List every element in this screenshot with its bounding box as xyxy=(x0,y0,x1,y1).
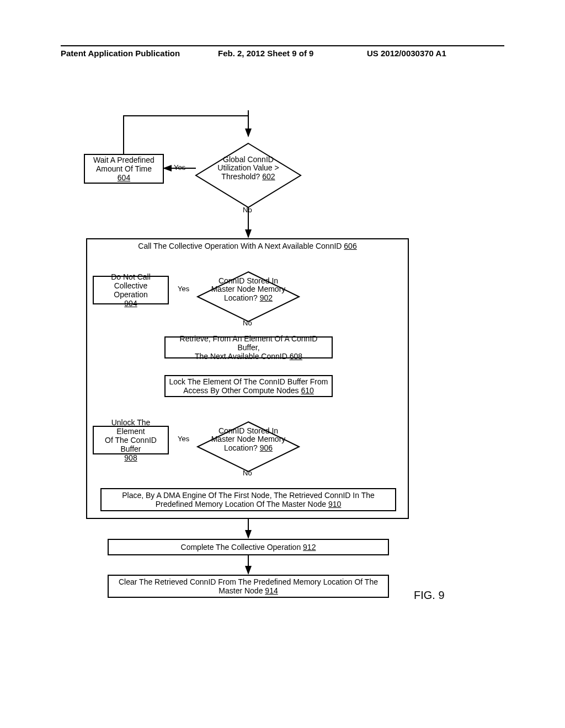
process-914-line1: Clear The Retrieved ConnID From The Pred… xyxy=(119,577,378,586)
decision-906-line2: Master Node Memory xyxy=(211,435,286,443)
decision-906-line3: Location? xyxy=(224,443,258,452)
decision-906-ref: 906 xyxy=(260,443,273,452)
process-610-line1: Lock The Element Of The ConnID Buffer Fr… xyxy=(169,377,328,386)
process-910-line1: Place, By A DMA Engine Of The First Node… xyxy=(122,491,375,500)
process-610-ref: 610 xyxy=(301,386,313,395)
process-904-line2: Operation xyxy=(114,290,147,299)
process-604-ref: 604 xyxy=(118,173,130,182)
process-608-line2: The Next Available ConnID xyxy=(195,352,287,361)
process-912: Complete The Collective Operation 912 xyxy=(108,539,389,555)
process-908-line1: Unlock The Element xyxy=(97,418,164,436)
process-910-line2: Predefined Memory Location Of The Master… xyxy=(156,500,326,508)
edge-902-yes: Yes xyxy=(178,285,189,293)
container-606-ref: 606 xyxy=(344,242,356,250)
process-908: Unlock The Element Of The ConnID Buffer … xyxy=(93,426,169,454)
edge-902-no: No xyxy=(243,319,252,327)
process-608-line1: Retrieve, From An Element Of A ConnID Bu… xyxy=(180,334,318,352)
process-912-line1: Complete The Collective Operation xyxy=(181,543,301,552)
decision-602-line1: Global ConnID xyxy=(223,155,274,164)
decision-602-line3: Threshold? xyxy=(221,172,260,181)
process-904-line1: Do Not Call Collective xyxy=(97,272,164,290)
edge-602-yes: Yes xyxy=(174,163,185,172)
process-908-ref: 908 xyxy=(124,453,137,462)
decision-902-line2: Master Node Memory xyxy=(211,285,286,293)
header-pub-number: US 2012/0030370 A1 xyxy=(367,49,446,58)
decision-902-ref: 902 xyxy=(260,293,273,302)
process-910: Place, By A DMA Engine Of The First Node… xyxy=(100,488,396,511)
process-914-line2: Master Node xyxy=(218,586,263,595)
decision-902-line3: Location? xyxy=(224,293,258,302)
process-610: Lock The Element Of The ConnID Buffer Fr… xyxy=(164,375,333,397)
process-914-ref: 914 xyxy=(265,586,278,595)
process-604-line1: Wait A Predefined xyxy=(93,156,154,164)
process-610-line2: Access By Other Compute Nodes xyxy=(183,386,299,395)
process-604: Wait A Predefined Amount Of Time 604 xyxy=(84,154,164,184)
decision-602-ref: 602 xyxy=(262,172,275,181)
process-608-ref: 608 xyxy=(290,352,302,361)
decision-602-line2: Utilization Value > xyxy=(217,163,279,172)
process-904-ref: 904 xyxy=(124,299,137,308)
process-914: Clear The Retrieved ConnID From The Pred… xyxy=(108,575,389,598)
process-904: Do Not Call Collective Operation 904 xyxy=(93,276,169,304)
header-date-sheet: Feb. 2, 2012 Sheet 9 of 9 xyxy=(218,49,313,58)
process-912-ref: 912 xyxy=(303,543,316,552)
edge-602-no: No xyxy=(243,206,252,214)
process-910-ref: 910 xyxy=(328,500,341,508)
header-rule xyxy=(61,45,504,46)
process-908-line2: Of The ConnID Buffer xyxy=(97,436,164,453)
figure-label: FIG. 9 xyxy=(414,589,445,602)
edge-906-yes: Yes xyxy=(178,435,189,443)
process-604-line2: Amount Of Time xyxy=(96,164,152,173)
decision-906-line1: ConnID Stored In xyxy=(218,426,278,435)
edge-906-no: No xyxy=(243,469,252,477)
container-606-title: Call The Collective Operation With A Nex… xyxy=(138,242,342,250)
decision-902-line1: ConnID Stored In xyxy=(218,276,278,285)
process-608: Retrieve, From An Element Of A ConnID Bu… xyxy=(164,336,333,358)
header-publication: Patent Application Publication xyxy=(61,49,180,58)
